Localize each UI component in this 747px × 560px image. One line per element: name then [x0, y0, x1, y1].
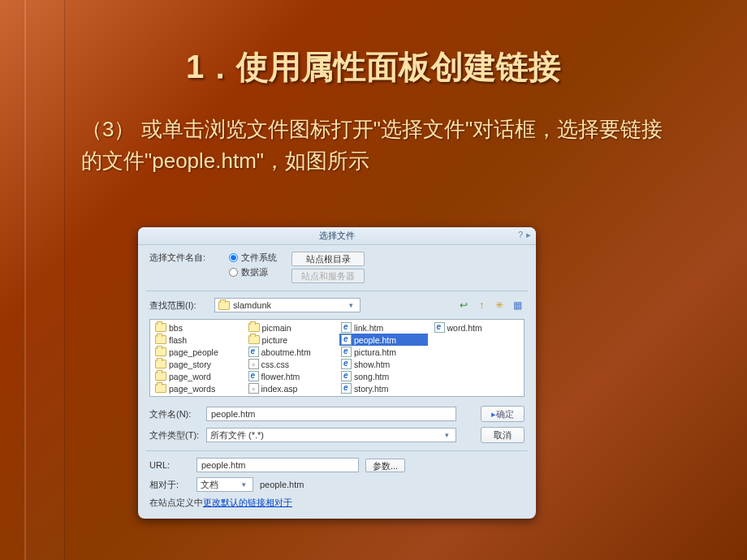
filename-label: 文件名(N):	[149, 408, 200, 420]
file-item-label: flash	[169, 335, 187, 345]
html-file-icon	[248, 347, 259, 357]
file-item[interactable]: picture	[247, 334, 335, 346]
file-item-label: picmain	[262, 323, 291, 333]
relative-file: people.htm	[260, 480, 304, 489]
file-item[interactable]: ≡css.css	[247, 358, 335, 370]
filetype-value: 所有文件 (*.*)	[210, 429, 264, 442]
file-item-label: link.htm	[354, 323, 383, 333]
file-item[interactable]	[433, 358, 521, 370]
folder-icon	[248, 335, 260, 344]
chevron-down-icon[interactable]: ▾	[345, 301, 356, 309]
filename-value: people.htm	[211, 409, 255, 419]
cancel-button[interactable]: 取消	[481, 427, 525, 443]
html-file-icon	[434, 322, 445, 333]
html-file-icon	[248, 371, 259, 381]
folder-icon	[155, 347, 166, 356]
folder-icon	[155, 335, 166, 344]
radio-datasource-input[interactable]	[229, 268, 238, 277]
file-item[interactable]	[433, 370, 521, 382]
folder-icon	[155, 360, 166, 368]
params-button[interactable]: 参数...	[365, 459, 405, 472]
file-item-label: aboutme.htm	[261, 347, 311, 357]
file-item[interactable]	[433, 382, 521, 394]
new-folder-icon[interactable]: ✳	[492, 298, 507, 312]
folder-icon	[155, 384, 166, 393]
url-input[interactable]: people.htm	[196, 458, 359, 472]
html-file-icon	[341, 334, 352, 345]
file-icon: ≡	[248, 383, 259, 394]
lookup-combo[interactable]: slamdunk ▾	[214, 298, 361, 312]
file-item-label: pictura.htm	[354, 347, 396, 357]
file-item[interactable]: aboutme.htm	[247, 346, 335, 358]
file-item[interactable]: bbs	[153, 321, 242, 334]
tab-site-server: 站点和服务器	[291, 269, 365, 283]
dialog-titlebar[interactable]: 选择文件 ? ▸	[138, 227, 536, 245]
file-icon: ≡	[248, 359, 259, 369]
file-item[interactable]: link.htm	[339, 321, 428, 334]
file-item[interactable]	[433, 334, 521, 346]
radio-filesystem-label: 文件系统	[241, 252, 277, 264]
radio-datasource-label: 数据源	[241, 266, 268, 278]
file-item[interactable]: ≡index.asp	[247, 382, 335, 394]
file-item[interactable]: song.htm	[339, 370, 428, 382]
tab-site-root[interactable]: 站点根目录	[291, 252, 365, 266]
folder-icon	[155, 372, 166, 381]
radio-filesystem[interactable]: 文件系统	[229, 252, 277, 264]
back-icon[interactable]: ↩	[456, 298, 471, 312]
file-item-label: show.htm	[354, 360, 390, 369]
source-label: 选择文件名自:	[149, 252, 214, 264]
file-item-label: picture	[262, 335, 288, 345]
filetype-label: 文件类型(T):	[149, 429, 200, 442]
file-item[interactable]: picmain	[247, 321, 335, 334]
file-item-label: page_people	[169, 347, 218, 357]
file-item[interactable]: page_word	[153, 370, 242, 382]
file-item-label: bbs	[169, 323, 183, 333]
ok-label: 确定	[496, 408, 514, 420]
url-value: people.htm	[201, 460, 245, 470]
file-item[interactable]: pictura.htm	[339, 346, 428, 358]
decorative-stripe	[24, 0, 65, 560]
html-file-icon	[341, 359, 352, 369]
lookup-label: 查找范围(I):	[149, 299, 208, 312]
chevron-down-icon[interactable]: ▾	[238, 480, 249, 489]
file-item-label: page_words	[169, 384, 215, 394]
file-item-label: page_story	[169, 360, 211, 369]
file-item[interactable]: flower.htm	[247, 370, 335, 382]
file-item-label: people.htm	[354, 335, 396, 345]
html-file-icon	[341, 371, 352, 381]
relative-label: 相对于:	[149, 479, 190, 491]
file-item[interactable]: people.htm	[339, 334, 428, 346]
filename-input[interactable]: people.htm	[206, 407, 456, 421]
radio-datasource[interactable]: 数据源	[229, 266, 277, 278]
file-item[interactable]: page_people	[153, 346, 242, 358]
file-list[interactable]: bbspicmainlink.htmword.htmflashpicturepe…	[149, 319, 525, 397]
expand-icon[interactable]: ▸	[526, 230, 531, 240]
slide-body: （3） 或单击浏览文件图标打开"选择文件"对话框，选择要链接的文件"people…	[0, 106, 747, 177]
file-item-label: css.css	[261, 360, 289, 369]
relative-combo[interactable]: 文档 ▾	[196, 477, 253, 492]
file-item[interactable]: flash	[153, 334, 242, 346]
filetype-combo[interactable]: 所有文件 (*.*) ▾	[206, 428, 456, 442]
file-item[interactable]: show.htm	[339, 358, 428, 370]
file-item[interactable]: page_words	[153, 382, 242, 394]
slide-title: 1．使用属性面板创建链接	[0, 0, 747, 106]
help-icon[interactable]: ?	[518, 230, 523, 240]
file-item[interactable]: word.htm	[433, 321, 521, 334]
up-level-icon[interactable]: ↑	[474, 298, 489, 312]
view-menu-icon[interactable]: ▦	[510, 298, 525, 312]
folder-icon	[248, 323, 260, 332]
change-default-link[interactable]: 更改默认的链接相对于	[203, 498, 292, 507]
lookup-value: slamdunk	[233, 300, 271, 310]
html-file-icon	[341, 322, 352, 333]
file-item[interactable]: page_story	[153, 358, 242, 370]
dialog-title: 选择文件	[319, 230, 355, 242]
url-label: URL:	[149, 460, 190, 470]
file-item-label: word.htm	[447, 323, 482, 333]
chevron-down-icon[interactable]: ▾	[441, 431, 452, 439]
file-item[interactable]: story.htm	[339, 382, 428, 394]
file-item[interactable]	[433, 346, 521, 358]
ok-button[interactable]: ▸确定	[481, 406, 525, 422]
file-item-label: song.htm	[354, 372, 389, 381]
file-item-label: flower.htm	[261, 372, 300, 381]
radio-filesystem-input[interactable]	[229, 253, 238, 262]
